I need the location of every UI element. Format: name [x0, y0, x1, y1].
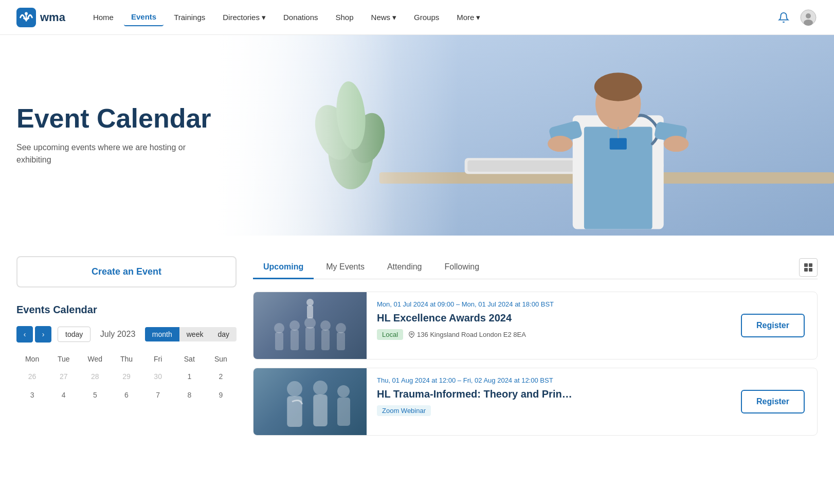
event-image-placeholder — [253, 292, 367, 359]
calendar-day-cell[interactable]: 4 — [48, 386, 79, 404]
nav-more[interactable]: More ▾ — [449, 9, 487, 26]
calendar-day-cell[interactable]: 8 — [174, 386, 205, 404]
calendar-day-cell[interactable]: 7 — [142, 386, 174, 404]
register-button[interactable]: Register — [741, 390, 805, 413]
calendar-day-view-button[interactable]: day — [210, 327, 237, 341]
calendar-nav: ‹ › — [16, 326, 51, 343]
calendar-day-cell[interactable]: 29 — [111, 367, 142, 386]
notifications-button[interactable] — [774, 8, 793, 27]
calendar-day-cell[interactable]: 27 — [48, 367, 79, 386]
nav-links: Home Events Trainings Directories ▾ Dona… — [86, 8, 774, 26]
svg-rect-19 — [584, 127, 652, 229]
chevron-down-icon: ▾ — [476, 13, 480, 22]
svg-rect-7 — [209, 35, 835, 236]
event-date: Thu, 01 Aug 2024 at 12:00 – Fri, 02 Aug … — [377, 376, 718, 384]
calendar-day-cell[interactable]: 2 — [205, 367, 237, 386]
calendar-day-cell[interactable]: 28 — [79, 367, 111, 386]
hero-background — [209, 35, 835, 236]
event-info: Mon, 01 Jul 2024 at 09:00 – Mon, 01 Jul … — [367, 292, 729, 359]
grid-icon — [804, 263, 813, 272]
events-tabs: Upcoming My Events Attending Following — [253, 256, 818, 279]
event-tag: Zoom Webinar — [377, 405, 431, 416]
nav-groups[interactable]: Groups — [407, 9, 446, 26]
svg-rect-29 — [804, 263, 808, 267]
svg-rect-36 — [291, 330, 299, 350]
location-pin-icon — [408, 331, 415, 338]
svg-rect-22 — [548, 120, 583, 145]
svg-point-41 — [336, 323, 346, 333]
calendar-day-cell[interactable]: 9 — [205, 386, 237, 404]
calendar-day-header: Sat — [174, 351, 205, 367]
calendar-day-cell[interactable]: 30 — [142, 367, 174, 386]
calendar-day-cell[interactable]: 26 — [16, 367, 48, 386]
create-event-button[interactable]: Create an Event — [16, 256, 237, 287]
event-tag: Local — [377, 329, 403, 340]
event-image — [253, 368, 367, 435]
calendar-day-cell[interactable]: 5 — [79, 386, 111, 404]
nav-shop[interactable]: Shop — [329, 9, 361, 26]
nav-news[interactable]: News ▾ — [364, 9, 404, 26]
grid-view-toggle[interactable] — [799, 258, 818, 277]
chevron-down-icon: ▾ — [392, 13, 396, 22]
svg-point-9 — [328, 110, 373, 189]
svg-rect-30 — [809, 263, 812, 267]
svg-point-43 — [306, 299, 314, 306]
calendar-month-view-button[interactable]: month — [145, 327, 179, 341]
nav-donations[interactable]: Donations — [276, 9, 325, 26]
svg-point-10 — [308, 100, 359, 165]
tab-following[interactable]: Following — [434, 256, 490, 279]
sidebar: Create an Event Events Calendar ‹ › toda… — [16, 256, 253, 444]
svg-rect-42 — [337, 332, 345, 350]
svg-rect-26 — [609, 138, 626, 150]
svg-point-11 — [346, 109, 390, 167]
svg-point-48 — [313, 381, 328, 395]
svg-rect-18 — [572, 115, 663, 229]
calendar-prev-button[interactable]: ‹ — [16, 326, 33, 343]
event-action: Register — [729, 368, 817, 435]
event-info: Thu, 01 Aug 2024 at 12:00 – Fri, 02 Aug … — [367, 368, 729, 435]
nav-events[interactable]: Events — [124, 8, 164, 26]
user-avatar-icon — [800, 9, 817, 26]
calendar-view-buttons: month week day — [145, 327, 237, 341]
profile-button[interactable] — [799, 8, 818, 27]
svg-rect-8 — [339, 150, 362, 178]
calendar-heading: Events Calendar — [16, 304, 237, 316]
tab-attending[interactable]: Attending — [377, 256, 432, 279]
register-button[interactable]: Register — [741, 314, 805, 337]
svg-point-5 — [806, 13, 811, 19]
nav-home[interactable]: Home — [86, 9, 121, 26]
navigation: wma Home Events Trainings Directories ▾ … — [0, 0, 834, 35]
calendar-day-cell[interactable]: 3 — [16, 386, 48, 404]
tab-upcoming[interactable]: Upcoming — [253, 256, 314, 279]
calendar-next-button[interactable]: › — [35, 326, 51, 343]
nav-right — [774, 8, 818, 27]
calendar-today-button[interactable]: today — [58, 327, 90, 342]
hero-section: Event Calendar See upcoming events where… — [0, 35, 834, 236]
svg-rect-32 — [809, 268, 812, 272]
tab-my-events[interactable]: My Events — [316, 256, 375, 279]
svg-point-16 — [629, 155, 663, 176]
event-card: Thu, 01 Aug 2024 at 12:00 – Fri, 02 Aug … — [253, 368, 818, 436]
svg-rect-31 — [804, 268, 808, 272]
svg-point-50 — [337, 385, 350, 398]
calendar-day-cell[interactable]: 6 — [111, 386, 142, 404]
event-title: HL Trauma-Informed: Theory and Prin… — [377, 388, 718, 400]
calendar-day-header: Thu — [111, 351, 142, 367]
logo[interactable]: wma — [16, 8, 65, 27]
calendar-day-header: Fri — [142, 351, 174, 367]
calendar-day-cell[interactable]: 1 — [174, 367, 205, 386]
nav-directories[interactable]: Directories ▾ — [215, 9, 273, 26]
event-meta: Zoom Webinar — [377, 405, 718, 416]
nav-trainings[interactable]: Trainings — [167, 9, 212, 26]
event-card: Mon, 01 Jul 2024 at 09:00 – Mon, 01 Jul … — [253, 292, 818, 359]
main-content: Create an Event Events Calendar ‹ › toda… — [0, 236, 834, 464]
calendar-week-view-button[interactable]: week — [179, 327, 211, 341]
page-title: Event Calendar — [16, 104, 211, 133]
svg-point-21 — [594, 73, 642, 101]
logo-text: wma — [40, 11, 65, 24]
event-image-placeholder — [253, 368, 367, 435]
svg-rect-53 — [314, 395, 327, 426]
event-location: 136 Kingsland Road London E2 8EA — [408, 331, 526, 338]
svg-point-37 — [304, 317, 316, 329]
svg-rect-40 — [321, 330, 330, 350]
